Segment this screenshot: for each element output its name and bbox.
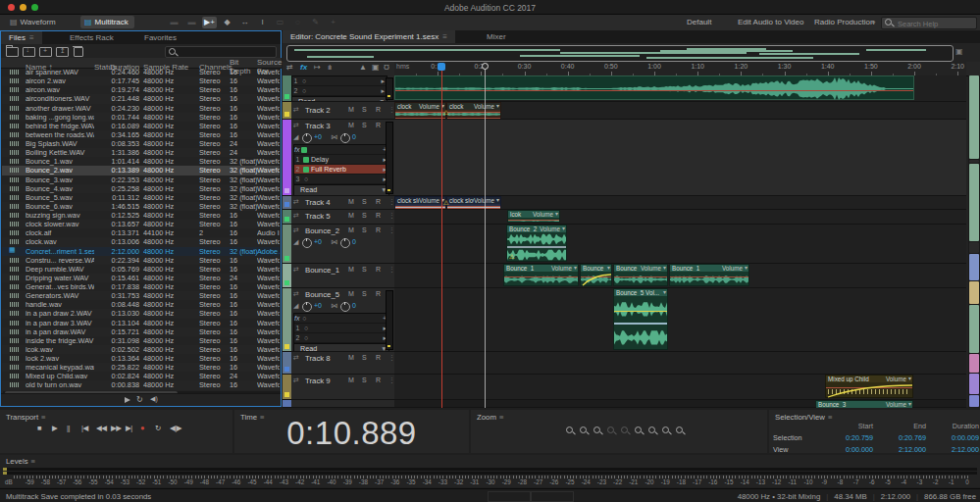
file-row[interactable]: Bounce_4.wav0:25.25848000 HzStereo32 (fl…	[2, 184, 280, 193]
clip-audio[interactable]	[394, 75, 914, 100]
fx-rack-icon[interactable]: fx	[300, 63, 307, 72]
tab-favorites[interactable]: Favorites	[136, 31, 184, 44]
solo-button[interactable]: S	[362, 290, 367, 297]
pause-button[interactable]: ||	[67, 424, 70, 432]
selection-duration[interactable]: 0:00.009	[926, 433, 979, 442]
chevron-down-icon[interactable]: ▾	[663, 289, 667, 296]
envelope-line[interactable]	[670, 276, 748, 277]
track-header[interactable]	[291, 400, 394, 407]
file-row[interactable]: in a pan draw 2.WAV0:13.03048000 HzStere…	[2, 309, 280, 318]
zoom-full-button[interactable]	[675, 426, 685, 435]
file-row[interactable]: lcok.wav0:02.50248000 HzStereo16Wavefor	[2, 345, 280, 354]
clip-header[interactable]: clockVolume▾	[395, 103, 445, 110]
track-drag-icon[interactable]: ⇄	[293, 212, 299, 220]
clip-volume-label[interactable]: Volume	[419, 103, 441, 110]
search-help-box[interactable]	[881, 17, 977, 29]
track-name[interactable]: Track 2	[305, 106, 331, 115]
track-scrollbar-segment[interactable]	[969, 75, 979, 159]
clip-bounce-1[interactable]: Bounce_1Volume▾	[669, 264, 749, 286]
clip-volume-label[interactable]: Volume	[722, 265, 745, 272]
solo-button[interactable]: S	[362, 376, 367, 383]
track-header[interactable]: ⇄Track 8MSR⋮	[291, 352, 394, 374]
automation-mode-dropdown[interactable]: Read▾	[294, 343, 388, 351]
fx-power-on-icon[interactable]	[303, 167, 309, 173]
track-drag-icon[interactable]: ⇄	[293, 106, 299, 114]
timeline-ruler[interactable]: hms 0:100:200:300:400:501:001:101:201:30…	[394, 62, 966, 75]
envelope-line[interactable]	[447, 208, 500, 209]
track-name[interactable]: Track 5	[305, 212, 331, 221]
track-output-fader[interactable]	[386, 122, 393, 194]
zoom-out-amplitude-button[interactable]	[606, 426, 616, 435]
file-row[interactable]: Big Splash.WAV0:08.35348000 HzStereo24Wa…	[2, 139, 280, 148]
arm-record-button[interactable]: R	[376, 226, 381, 233]
chevron-down-icon[interactable]: ▾	[496, 197, 500, 204]
clip-bounce-3[interactable]: Bounce_3Volume▾	[815, 400, 913, 406]
envelope-line[interactable]	[395, 112, 445, 113]
fx-slot-2[interactable]: 2○▸	[292, 86, 387, 96]
volume-value[interactable]: +0	[314, 302, 322, 309]
clip-header[interactable]: Bounce_1Volume▾	[670, 265, 748, 272]
clip-bounce-2[interactable]: Bounce_2Volume▾⚠	[506, 225, 567, 262]
track-color-swatch[interactable]	[284, 256, 289, 261]
clip-volume-label[interactable]: Volume	[551, 265, 574, 272]
fade-envelope-curve[interactable]	[581, 272, 611, 287]
panel-menu-icon[interactable]	[496, 413, 504, 422]
panel-menu-icon[interactable]	[38, 413, 46, 422]
track-output-fader[interactable]	[386, 290, 393, 350]
punch-record-icon[interactable]: ▣	[372, 63, 380, 72]
file-row[interactable]: aircon.wav0:19.27448000 HzStereo16Wavefo…	[2, 85, 280, 94]
clip-header[interactable]: Bounce_1Volume▾	[614, 265, 667, 272]
track-header[interactable]: ⇄Bounce_2MSR⋮◢+0⋈0	[291, 225, 394, 263]
file-row[interactable]: Generat...ves birds.WAV0:17.83848000 HzS…	[2, 282, 280, 291]
track-scrollbar-segment[interactable]	[969, 305, 979, 353]
clip-clock-slower[interactable]: clock slowerVolume▾⚠	[446, 196, 501, 208]
track-header[interactable]: ⇄Bounce_5MSR⋮◢+0⋈0fx○+1○▸2○▸Read▾	[291, 288, 394, 351]
track-lane[interactable]: Bounce_2Volume▾⚠	[394, 225, 966, 263]
loop-playback-button[interactable]: ↻	[155, 424, 161, 432]
zoom-in-left-edge-button[interactable]	[634, 426, 644, 435]
fast-forward-button[interactable]: ▶▶	[111, 424, 122, 432]
skip-selection-button[interactable]: ◀|▶	[170, 424, 181, 432]
chevron-down-icon[interactable]: ▾	[574, 265, 578, 272]
panel-menu-icon[interactable]	[26, 33, 34, 42]
fx-flyout-icon[interactable]: ▸	[381, 76, 385, 85]
chevron-down-icon[interactable]: ▾	[908, 376, 912, 382]
pan-value[interactable]: 0	[352, 238, 356, 245]
track-lane[interactable]: Bounce_1Volume▾Bounce_1▾Bounce_1Volume▾B…	[394, 264, 966, 287]
fx-slot-3[interactable]: 3○▸	[294, 175, 388, 184]
mute-button[interactable]: M	[348, 290, 354, 297]
volume-knob[interactable]	[302, 238, 312, 248]
envelope-line[interactable]	[395, 90, 913, 91]
track-name[interactable]: Track 4	[305, 198, 331, 207]
volume-envelope-line[interactable]	[614, 311, 667, 312]
envelope-line[interactable]	[447, 118, 500, 119]
solo-button[interactable]: S	[362, 212, 367, 219]
pan-value[interactable]: 0	[352, 133, 356, 140]
file-row[interactable]: lock 2.wav0:13.36448000 HzStereo16Wavefo…	[2, 354, 280, 363]
files-search-box[interactable]	[165, 46, 277, 58]
current-time-display[interactable]: 0:10.889	[234, 415, 469, 452]
clip-header[interactable]: clock slowerVolume▾	[447, 197, 500, 204]
playhead-line[interactable]	[441, 70, 442, 408]
chevron-down-icon[interactable]: ▾	[562, 226, 566, 232]
track-scrollbar-segment[interactable]	[969, 164, 979, 241]
track-scrollbar-segment[interactable]	[969, 242, 979, 253]
razor-tool[interactable]: ◆	[220, 17, 234, 28]
snap-icon[interactable]: Ω	[384, 63, 389, 72]
solo-button[interactable]: S	[362, 226, 367, 233]
chevron-down-icon[interactable]: ▾	[908, 401, 912, 408]
clip-lcok[interactable]: lcokVolume▾	[507, 210, 560, 223]
track-header[interactable]: ⇄Track 3MSR⋮◢+0⋈0fx+1Delay▸2Full Reverb▸…	[291, 120, 394, 195]
track-lane[interactable]: Bounce_5 Vol...▾	[394, 288, 966, 351]
file-row[interactable]: between the roads.WAV0:34.16548000 HzSte…	[2, 130, 280, 139]
arm-record-button[interactable]: R	[376, 290, 381, 297]
pan-value[interactable]: 0	[352, 302, 356, 309]
track-lane[interactable]	[394, 352, 966, 374]
overview-navigator[interactable]: ▣	[284, 44, 965, 61]
multitrack-view-button[interactable]: ▤Multitrack	[80, 16, 134, 28]
insert-into-multitrack-icon[interactable]	[56, 47, 69, 57]
file-row[interactable]: airconditioners.WAV0:21.44848000 HzStere…	[2, 94, 280, 103]
clip-header[interactable]: Bounce_5 Vol...▾	[614, 289, 667, 296]
track-lane[interactable]	[394, 75, 966, 101]
track-color-swatch[interactable]	[284, 280, 289, 285]
